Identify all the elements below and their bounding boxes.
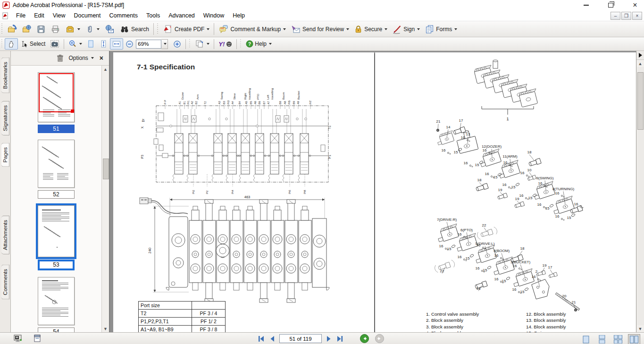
yim-button[interactable]: Y! [216, 39, 234, 49]
doc-minimize-button[interactable]: – [611, 12, 620, 20]
comment-markup-dropdown-arrow[interactable] [283, 28, 286, 30]
thumbnails-scrollbar[interactable]: ▲ ▼ [101, 66, 109, 332]
snapshot-tool-button[interactable] [48, 38, 62, 50]
open-button[interactable] [5, 23, 19, 35]
forms-dropdown-arrow[interactable] [454, 28, 457, 30]
menu-file[interactable]: File [12, 11, 30, 20]
email-button[interactable] [102, 23, 117, 35]
attach-button[interactable] [83, 23, 102, 35]
page-thumbnail-53[interactable] [38, 205, 75, 257]
zoom-out-button[interactable] [123, 39, 136, 50]
page-number-field[interactable]: 51 of 119 [279, 334, 322, 343]
toolbar-grip[interactable] [1, 24, 3, 34]
toolbar-grip[interactable] [189, 39, 191, 49]
page-number-label[interactable]: 51 [38, 125, 75, 133]
menu-tools[interactable]: Tools [142, 11, 164, 20]
zoom-level-dropdown[interactable] [161, 39, 168, 49]
toolbar-grip[interactable] [157, 24, 159, 34]
fit-height-button[interactable] [97, 38, 110, 50]
zoom-tool-button[interactable] [66, 38, 84, 50]
thumb-scroll-up-button[interactable]: ▲ [102, 66, 109, 73]
create-pdf-dropdown-arrow[interactable] [207, 28, 209, 30]
save-button[interactable] [34, 23, 48, 35]
pages-options-button[interactable]: Options [68, 55, 93, 61]
visible-area-indicator[interactable] [39, 73, 74, 112]
organizer-button[interactable] [63, 23, 83, 35]
send-for-review-button[interactable]: Send for Review [288, 23, 351, 35]
menu-help[interactable]: Help [228, 11, 249, 20]
restore-button[interactable] [605, 1, 616, 9]
page-thumbnail-52[interactable] [38, 140, 75, 188]
send-for-review-dropdown-arrow[interactable] [346, 28, 349, 30]
doc-close-button[interactable]: × [632, 12, 642, 20]
previous-view-button[interactable] [360, 334, 369, 343]
doc-restore-button[interactable]: ❐ [621, 12, 631, 20]
sidebar-tab-comments[interactable]: Comments [1, 265, 9, 300]
secure-dropdown-arrow[interactable] [385, 28, 387, 30]
page-number-label[interactable]: 52 [38, 190, 75, 199]
toolbar-grip[interactable] [240, 39, 242, 49]
pages-panel-close-button[interactable]: × [99, 54, 104, 62]
hand-tool-button[interactable] [5, 38, 18, 50]
page-thumbnail-51[interactable] [38, 72, 75, 122]
menu-advanced[interactable]: Advanced [164, 11, 199, 20]
document-pane[interactable]: 7-1 Specification DozerArmSwingSlewRight… [110, 51, 636, 332]
last-page-button[interactable] [336, 336, 343, 342]
forms-button[interactable]: Forms [422, 23, 460, 35]
thumb-scroll-down-button[interactable]: ▼ [102, 325, 109, 332]
zoom-in-button[interactable] [171, 39, 184, 50]
help-button[interactable]: ? Help [243, 39, 274, 49]
menu-window[interactable]: Window [199, 11, 228, 20]
close-button[interactable]: × [630, 1, 640, 9]
screen-options-icon[interactable] [13, 334, 23, 343]
previous-page-button[interactable] [269, 336, 275, 342]
minimize-button[interactable] [581, 1, 591, 9]
print-button[interactable] [48, 23, 63, 35]
doc-scroll-down-button[interactable]: ▼ [637, 325, 644, 332]
menu-edit[interactable]: Edit [30, 11, 49, 20]
continuous-facing-view-button[interactable] [612, 334, 624, 344]
toolbar-grip[interactable] [1, 39, 3, 49]
menu-document[interactable]: Document [70, 11, 105, 20]
panel-toggle-button[interactable] [636, 51, 644, 60]
page-number-label[interactable]: 53 [38, 260, 75, 270]
sign-button[interactable]: Sign [390, 23, 422, 35]
next-page-button[interactable] [326, 336, 332, 342]
diagram-label: Pi8 [303, 190, 306, 194]
doc-scroll-up-button[interactable]: ▲ [637, 60, 644, 67]
sidebar-tab-pages[interactable]: Pages [1, 143, 9, 167]
facing-view-button[interactable] [628, 334, 640, 344]
sign-dropdown-arrow[interactable] [417, 28, 420, 30]
page-number-label[interactable]: 54 [38, 327, 75, 332]
attach-dropdown-arrow[interactable] [97, 28, 100, 30]
sidebar-tab-signatures[interactable]: Signatures [1, 101, 9, 135]
open-web-button[interactable] [19, 23, 34, 35]
zoom-level-input[interactable]: 69% [136, 40, 161, 49]
sidebar-tab-bookmarks[interactable]: Bookmarks [1, 58, 9, 93]
help-dropdown-arrow[interactable] [269, 43, 272, 45]
fit-page-button[interactable] [84, 38, 97, 50]
rotate-pages-dropdown-arrow[interactable] [207, 43, 209, 45]
search-button[interactable]: Search [117, 23, 151, 35]
sidebar-tab-attachments[interactable]: Attachments [1, 216, 9, 254]
menu-view[interactable]: View [49, 11, 70, 20]
document-status-icon[interactable] [33, 334, 42, 343]
delete-pages-icon[interactable] [57, 54, 64, 62]
search-binoculars-icon [119, 25, 130, 34]
next-view-button[interactable] [375, 334, 384, 343]
menu-comments[interactable]: Comments [105, 11, 142, 20]
select-tool-button[interactable]: Select [18, 39, 48, 50]
single-page-view-button[interactable] [580, 334, 592, 344]
thumb-scrollbar-thumb[interactable] [103, 159, 109, 179]
doc-scrollbar-thumb[interactable] [637, 72, 644, 130]
create-pdf-button[interactable]: Create PDF [160, 23, 212, 35]
zoom-tool-dropdown-arrow[interactable] [79, 43, 82, 45]
fit-width-button[interactable] [110, 38, 123, 50]
first-page-button[interactable] [258, 336, 265, 342]
page-thumbnail-54[interactable] [38, 277, 75, 325]
secure-button[interactable]: Secure [351, 23, 390, 35]
continuous-view-button[interactable] [596, 334, 608, 344]
comment-markup-button[interactable]: Comment & Markup [216, 23, 288, 35]
rotate-pages-button[interactable] [192, 38, 212, 50]
organizer-dropdown-arrow[interactable] [77, 28, 80, 30]
